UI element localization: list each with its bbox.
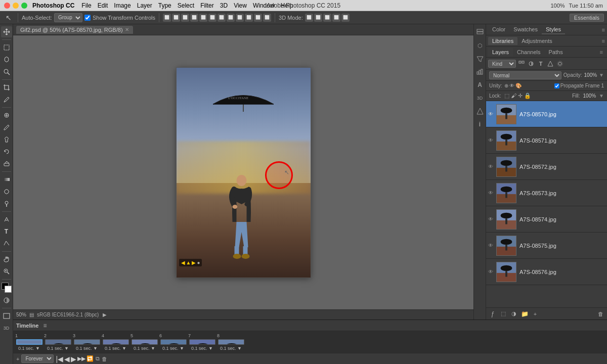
close-button[interactable]	[4, 3, 10, 9]
healing-tool[interactable]	[1, 110, 12, 121]
frame-thumbnail[interactable]	[103, 339, 129, 345]
tab-swatches[interactable]: Swatches	[509, 25, 542, 34]
layer-item[interactable]: 👁 A7S-08574.jpg	[486, 206, 607, 233]
frame-delay[interactable]: 0.1 sec. ▼	[220, 346, 242, 351]
new-frame-btn[interactable]: +	[16, 356, 19, 362]
side-shape-icon[interactable]	[475, 106, 485, 116]
eyedropper-tool[interactable]	[1, 94, 12, 105]
unity-vis-icon[interactable]: 👁	[509, 83, 514, 88]
text-tool[interactable]: T	[1, 226, 12, 237]
document-tab[interactable]: Gif2.psd @ 50% (A7S-08570.jpg, RGB/8) ✕	[16, 26, 133, 34]
timeline-frame[interactable]: 2 0.1 sec. ▼	[44, 333, 72, 351]
3d-slide-icon[interactable]: ⬜	[332, 14, 340, 22]
distribute-icon5[interactable]: ⬜	[254, 14, 262, 22]
tab-channels[interactable]: Channels	[513, 48, 544, 56]
first-frame-btn[interactable]: |◀	[56, 355, 63, 363]
filter-adj-icon[interactable]	[527, 60, 535, 68]
3d-scale-icon[interactable]: ⬜	[341, 14, 350, 22]
zoom-tool[interactable]	[1, 266, 12, 277]
layers-list[interactable]: 👁 A7S-08570.jpg	[486, 101, 607, 307]
propagate-checkbox[interactable]	[554, 83, 559, 88]
align-left-icon[interactable]: ⬜	[163, 14, 171, 22]
frame-thumbnail[interactable]	[189, 339, 215, 345]
add-mask-btn[interactable]: ⬚	[499, 309, 508, 318]
delete-layer-btn[interactable]: 🗑	[596, 309, 605, 318]
menu-layer[interactable]: Layer	[137, 2, 152, 9]
side-layers-icon[interactable]	[475, 27, 485, 37]
foreground-background[interactable]	[2, 283, 12, 293]
frame-delay[interactable]: 0.1 sec. ▼	[191, 346, 213, 351]
tab-libraries[interactable]: Libraries	[488, 37, 517, 45]
essentials-button[interactable]: Essentials	[570, 14, 604, 22]
tab-layers[interactable]: Layers	[488, 48, 513, 56]
menu-select[interactable]: Select	[178, 2, 194, 9]
align-center-v-icon[interactable]: ⬜	[199, 14, 207, 22]
filter-smart-icon[interactable]	[556, 60, 564, 68]
canvas-controls-strip[interactable]: ◀ ▲ ▶ ●	[179, 259, 202, 266]
tab-adjustments[interactable]: Adjustments	[517, 37, 556, 45]
layer-eye-icon[interactable]: 👁	[488, 164, 493, 169]
show-transform-checkbox[interactable]	[84, 15, 91, 21]
tab-paths[interactable]: Paths	[545, 48, 567, 56]
unity-style-icon[interactable]: 🎨	[515, 83, 522, 88]
3d-mode-icon[interactable]: 3D	[1, 323, 12, 334]
frame-thumbnail[interactable]	[45, 339, 71, 345]
eraser-tool[interactable]	[1, 158, 12, 169]
opacity-arrow[interactable]: ▼	[599, 72, 604, 78]
history-brush[interactable]	[1, 146, 12, 157]
timeline-frame[interactable]: 1 0.1 sec. ▼	[15, 333, 43, 351]
menu-type[interactable]: Type	[158, 2, 171, 9]
fill-arrow[interactable]: ▼	[599, 93, 604, 99]
menu-edit[interactable]: Edit	[98, 2, 108, 9]
distribute-h-icon[interactable]: ⬜	[218, 14, 226, 22]
tab-close-button[interactable]: ✕	[125, 27, 129, 32]
timeline-frame[interactable]: 8 0.1 sec. ▼	[217, 333, 245, 351]
stamp-tool[interactable]	[1, 134, 12, 145]
layer-item[interactable]: 👁 A7S-08573.jpg	[486, 180, 607, 206]
layer-eye-icon[interactable]: 👁	[488, 269, 493, 275]
menu-file[interactable]: File	[81, 2, 91, 9]
align-center-h-icon[interactable]: ⬜	[172, 14, 180, 22]
loop-btn[interactable]: 🔁	[86, 355, 94, 363]
subtabs-menu[interactable]: ≡	[602, 38, 605, 44]
prev-frame-btn[interactable]: ◀	[64, 355, 70, 363]
timeline-frame[interactable]: 4 0.1 sec. ▼	[102, 333, 129, 351]
autoselect-select[interactable]: Group Layer	[54, 13, 82, 22]
copy-frame-btn[interactable]: ⧉	[96, 355, 100, 362]
play-doc-icon[interactable]: ▶	[103, 312, 107, 317]
canvas-wrap[interactable]: L'OCCITANE	[13, 35, 473, 309]
frame-delay[interactable]: 0.1 sec. ▼	[47, 346, 69, 351]
dodge-tool[interactable]	[1, 198, 12, 209]
screen-mode[interactable]	[1, 310, 12, 322]
side-text-icon[interactable]: A	[475, 80, 485, 90]
lock-position-icon[interactable]: ✛	[518, 93, 523, 99]
delete-frame-btn[interactable]: 🗑	[102, 356, 107, 362]
frame-delay[interactable]: 0.1 sec. ▼	[162, 346, 184, 351]
side-info-icon[interactable]: i	[475, 119, 485, 129]
move-tool[interactable]	[1, 26, 12, 37]
lock-paint-icon[interactable]: 🖌	[511, 93, 516, 99]
filter-type-select[interactable]: Kind Name Effect	[488, 60, 516, 68]
menu-filter[interactable]: Filter	[200, 2, 214, 9]
layer-eye-icon[interactable]: 👁	[488, 243, 493, 248]
side-adjust-icon[interactable]: ⬡	[475, 40, 485, 51]
marquee-tool[interactable]	[1, 42, 12, 53]
crop-tool[interactable]	[1, 82, 12, 93]
blend-mode-select[interactable]: Normal Multiply Screen	[489, 71, 561, 79]
layer-eye-icon[interactable]: 👁	[488, 138, 493, 143]
tab-styles[interactable]: Styles	[542, 25, 565, 34]
distribute-v-icon[interactable]: ⬜	[227, 14, 235, 22]
timeline-frame[interactable]: 5 0.1 sec. ▼	[131, 333, 158, 351]
lasso-tool[interactable]	[1, 54, 12, 65]
lock-transparent-icon[interactable]: ⬚	[504, 93, 509, 99]
layer-eye-icon[interactable]: 👁	[488, 216, 493, 222]
play-btn[interactable]: ▶	[71, 355, 76, 363]
next-frame-btn[interactable]: ▶▶	[77, 355, 85, 363]
frame-delay[interactable]: 0.1 sec. ▼	[105, 346, 126, 351]
timeline-frame[interactable]: 3 0.1 sec. ▼	[73, 333, 101, 351]
frame-thumbnail[interactable]	[132, 339, 158, 345]
3d-pan-icon[interactable]: ⬜	[323, 14, 331, 22]
distribute-icon3[interactable]: ⬜	[236, 14, 244, 22]
filter-type-icon[interactable]: T	[537, 60, 545, 68]
loop-select[interactable]: Forever Once 3 Times	[21, 354, 54, 363]
